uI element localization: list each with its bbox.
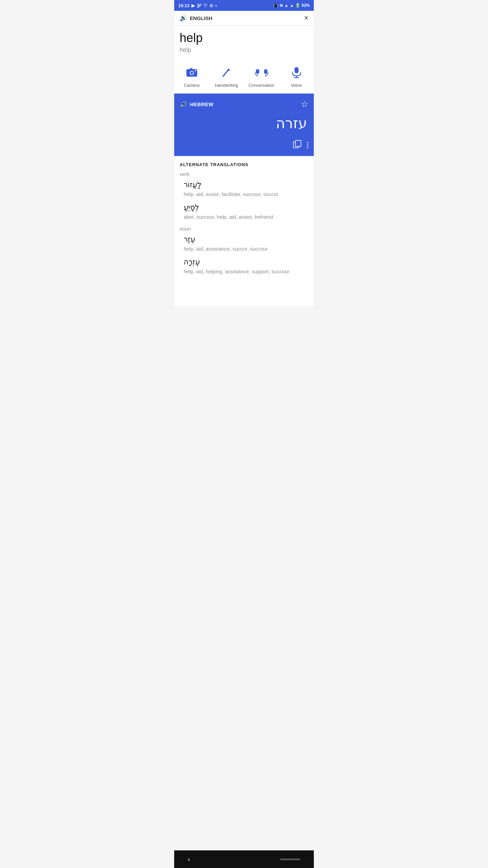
conversation-action[interactable]: Conversation: [244, 64, 279, 88]
svg-point-2: [190, 72, 193, 74]
battery-percent: 52%: [302, 3, 310, 8]
svg-line-5: [223, 69, 229, 76]
translation-action-bar: [180, 140, 308, 151]
handwriting-action[interactable]: Handwriting: [209, 64, 244, 88]
clock-icon: ⊙: [209, 3, 213, 8]
more-options-button[interactable]: [307, 142, 308, 148]
source-language: ENGLISH: [190, 15, 212, 21]
camera-label: Camera: [184, 83, 199, 88]
svg-rect-12: [294, 67, 299, 73]
heart-icon: ♡: [203, 3, 207, 8]
pencil-icon: [221, 66, 233, 79]
dot2: [307, 144, 308, 146]
noun-entry-2: עֶזְרָה help, aid, helping, assistance, …: [180, 258, 308, 275]
signal-block-icon: ⊖: [280, 3, 283, 8]
bottom-nav-bar: ‹: [174, 850, 314, 868]
handwriting-label: Handwriting: [215, 83, 238, 88]
svg-rect-8: [256, 69, 259, 74]
pos-noun-label: noun: [180, 226, 308, 232]
dot-icon: •: [215, 3, 217, 8]
camera-icon: [186, 66, 198, 79]
network-icon: ▲: [290, 3, 294, 8]
translation-header: 🔊 HEBREW ☆: [180, 99, 308, 110]
hebrew-word-4: עֶזְרָה: [184, 258, 308, 267]
svg-rect-3: [190, 68, 192, 70]
vibrate-icon: 📳: [273, 3, 278, 8]
conversation-icon-wrap: [253, 64, 270, 81]
noun-entry-1: עֶזֶר help, aid, assistance, succor, suc…: [180, 235, 308, 252]
hebrew-word-3: עֶזֶר: [184, 235, 308, 244]
camera-icon-wrap: [184, 64, 200, 81]
input-word: help: [180, 31, 308, 45]
close-button[interactable]: ×: [304, 14, 308, 22]
speaker-icon: 🔊: [180, 14, 187, 22]
handwriting-icon-wrap: [219, 64, 235, 81]
camera-action[interactable]: Camera: [174, 64, 209, 88]
target-language: HEBREW: [190, 101, 214, 107]
speaker-icon-blue: 🔊: [180, 101, 187, 108]
status-left: 10:13 ▶ 🕊 ♡ ⊙ •: [178, 3, 217, 8]
english-alts-2: abet, succour, help, aid, assist, befrie…: [184, 213, 308, 220]
language-selector[interactable]: 🔊 ENGLISH: [180, 14, 212, 22]
favorite-button[interactable]: ☆: [301, 99, 308, 110]
dot3: [307, 147, 308, 148]
verb-entry-2: לְסַיֵּעַ abet, succour, help, aid, assi…: [180, 203, 308, 220]
input-pronunciation: help: [180, 46, 308, 54]
conversation-label: Conversation: [248, 83, 274, 88]
verb-entry-1: לַעֲזוֹר help, aid, assist, facilitate, …: [180, 180, 308, 198]
status-bar: 10:13 ▶ 🕊 ♡ ⊙ • 📳 ⊖ ▲ ▲ 🔋 52%: [174, 0, 314, 11]
status-time: 10:13: [178, 3, 189, 8]
svg-point-4: [195, 70, 196, 71]
conversation-icon: [255, 66, 269, 79]
svg-rect-16: [296, 140, 301, 146]
voice-icon-wrap: [288, 64, 305, 81]
hebrew-word-1: לַעֲזוֹר: [184, 180, 308, 189]
action-icons-bar: Camera Handwriting Conversation: [174, 62, 314, 94]
home-pill[interactable]: [280, 859, 300, 860]
ghost-icon: 🕊: [197, 3, 201, 8]
back-button[interactable]: ‹: [188, 855, 190, 863]
dot1: [307, 142, 308, 143]
english-alts-4: help, aid, helping, assistance, support,…: [184, 268, 308, 275]
pos-verb-label: verb: [180, 171, 308, 177]
voice-label: Voice: [291, 83, 302, 88]
bottom-spacer: [180, 280, 308, 301]
alternate-title: ALTERNATE TRANSLATIONS: [180, 162, 308, 167]
svg-line-7: [223, 75, 224, 77]
alternate-translations-section: ALTERNATE TRANSLATIONS verb לַעֲזוֹר hel…: [174, 157, 314, 306]
voice-icon: [291, 66, 302, 79]
status-right: 📳 ⊖ ▲ ▲ 🔋 52%: [273, 3, 310, 8]
translation-box: 🔊 HEBREW ☆ עזרה: [174, 94, 314, 156]
input-area: help help: [174, 25, 314, 62]
english-alts-3: help, aid, assistance, succor, succour: [184, 245, 308, 252]
copy-icon-svg: [293, 140, 302, 149]
english-alts-1: help, aid, assist, facilitate, succour, …: [184, 191, 308, 198]
svg-rect-10: [264, 69, 267, 74]
hebrew-word-2: לְסַיֵּעַ: [184, 203, 308, 212]
wifi-icon: ▲: [284, 3, 288, 8]
copy-button[interactable]: [293, 140, 302, 151]
translation-language[interactable]: 🔊 HEBREW: [180, 101, 214, 108]
play-icon: ▶: [191, 3, 195, 8]
voice-action[interactable]: Voice: [279, 64, 314, 88]
top-bar: 🔊 ENGLISH ×: [174, 11, 314, 25]
battery-icon: 🔋: [295, 3, 300, 8]
translated-word: עזרה: [180, 115, 308, 132]
